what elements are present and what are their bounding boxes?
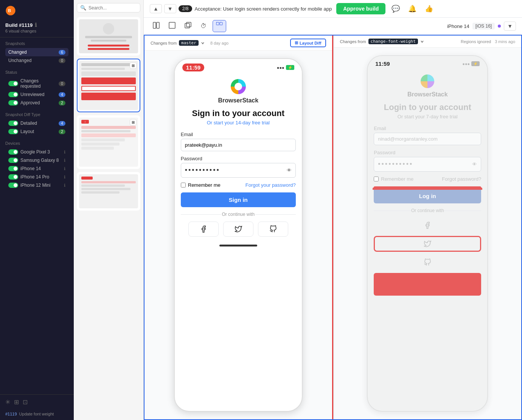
changes-requested-count: 0 bbox=[59, 81, 65, 86]
left-branch-pill: master bbox=[179, 40, 199, 46]
right-email-placeholder: ninad@morganstanley.com bbox=[378, 136, 437, 142]
settings-icon[interactable]: ✳ bbox=[5, 398, 10, 406]
right-forgot-link[interactable]: Forgot password? bbox=[442, 176, 481, 182]
left-facebook-button[interactable] bbox=[188, 222, 219, 237]
right-bs-logo bbox=[421, 74, 434, 88]
build-info-icon[interactable]: ℹ bbox=[35, 22, 37, 28]
right-github-icon bbox=[424, 259, 431, 266]
sidebar-item-changes-requested[interactable]: Changes requested 0 bbox=[5, 77, 68, 90]
left-sign-in-button[interactable]: Sign in bbox=[181, 192, 296, 207]
diff-right-pane: Changes from change-font-weight Regions … bbox=[333, 36, 522, 419]
top-bar-left: ▲ ▼ 2/8 Acceptance: User login screen re… bbox=[150, 4, 332, 13]
left-email-input[interactable] bbox=[185, 142, 292, 148]
right-remember-checkbox[interactable] bbox=[374, 177, 379, 181]
layout-toggle[interactable] bbox=[8, 129, 18, 134]
iphone12mini-info-icon[interactable]: ℹ bbox=[64, 183, 65, 188]
sidebar-item-google-pixel[interactable]: Google Pixel 3 ℹ bbox=[5, 148, 68, 156]
left-remember-label: Remember me bbox=[188, 182, 221, 188]
iphone14-info-icon[interactable]: ℹ bbox=[64, 166, 65, 171]
unchanged-label: Unchanged bbox=[8, 58, 31, 63]
sidebar-item-iphone14pro[interactable]: iPhone 14 Pro ℹ bbox=[5, 173, 68, 181]
overlay-button[interactable] bbox=[182, 20, 194, 32]
right-status-bar: 11:59 ●●● ⚡ bbox=[368, 56, 487, 68]
left-twitter-button[interactable] bbox=[223, 222, 253, 237]
right-login-button[interactable]: Log in bbox=[374, 189, 481, 203]
thumbs-up-icon-button[interactable]: 👍 bbox=[423, 4, 435, 14]
sidebar: B Build #1119 ℹ 6 visual changes Snapsho… bbox=[0, 0, 74, 420]
sidebar-item-approved[interactable]: Approved 2 bbox=[5, 99, 68, 107]
thumbnail-card-3[interactable]: ! ⊞ bbox=[77, 115, 140, 169]
commit-link[interactable]: #1119 bbox=[5, 412, 17, 416]
approved-toggle[interactable] bbox=[8, 100, 18, 105]
left-phone-frame: 11:59 ●●● ⚡ BrowserStack bbox=[174, 58, 303, 412]
sidebar-item-unreviewed[interactable]: Unreviewed 4 bbox=[5, 90, 68, 99]
thumbnail-card-2[interactable]: ⊞ bbox=[77, 59, 140, 112]
left-phone-title: Sign in to your account bbox=[181, 108, 296, 118]
left-social-row bbox=[181, 222, 296, 237]
iphone14pro-toggle[interactable] bbox=[8, 174, 18, 180]
iphone14-toggle[interactable] bbox=[8, 166, 18, 171]
changes-requested-toggle[interactable] bbox=[8, 81, 18, 86]
sidebar-item-samsung[interactable]: Samsung Galaxy 8 ℹ bbox=[5, 156, 68, 164]
right-eye-icon: 👁 bbox=[472, 161, 477, 167]
sidebar-footer: #1119 Update font weight bbox=[0, 409, 74, 420]
iphone14pro-info-icon[interactable]: ℹ bbox=[64, 175, 65, 180]
sidebar-item-changed[interactable]: Changed 6 bbox=[5, 48, 68, 56]
nav-up-button[interactable]: ▲ bbox=[150, 4, 162, 13]
chat-icon-button[interactable]: 💬 bbox=[389, 4, 402, 14]
sidebar-item-layout[interactable]: Layout 2 bbox=[5, 127, 68, 136]
left-remember-checkbox[interactable] bbox=[181, 183, 186, 188]
thumbnail-card-4[interactable] bbox=[77, 172, 140, 211]
thumbnail-card-1[interactable] bbox=[77, 17, 140, 56]
unreviewed-toggle[interactable] bbox=[8, 92, 18, 97]
detailed-label: Detailed bbox=[20, 121, 37, 126]
toolbar: ⏱ iPhone 14 [iOS 16] ▼ bbox=[144, 18, 522, 35]
left-branch-dropdown-icon[interactable] bbox=[201, 41, 205, 45]
detailed-toggle[interactable] bbox=[8, 121, 18, 126]
google-pixel-toggle[interactable] bbox=[8, 149, 18, 155]
changes-requested-label: Changes requested bbox=[20, 78, 59, 89]
split-view-button[interactable] bbox=[150, 20, 163, 32]
status-label: Status bbox=[5, 70, 68, 74]
search-input[interactable] bbox=[89, 5, 137, 11]
iphone12mini-toggle[interactable] bbox=[8, 183, 18, 188]
samsung-info-icon[interactable]: ℹ bbox=[64, 158, 65, 163]
selection-button[interactable] bbox=[213, 20, 226, 32]
layout-diff-button[interactable]: ⊞ Layout Diff bbox=[290, 39, 326, 47]
left-remember-row: Remember me Forgot your password? bbox=[181, 182, 296, 188]
left-password-input-wrapper: •••••••••• 👁 bbox=[181, 163, 296, 178]
sidebar-item-iphone12mini[interactable]: iPhone 12 Mini ℹ bbox=[5, 181, 68, 189]
right-email-group: Email ninad@morganstanley.com bbox=[374, 126, 481, 145]
left-trial-link[interactable]: start your 14-day free trial bbox=[214, 120, 270, 126]
grid-icon[interactable]: ⊞ bbox=[14, 398, 19, 406]
right-branch-dropdown-icon[interactable] bbox=[420, 40, 424, 43]
svg-rect-7 bbox=[216, 22, 219, 25]
left-forgot-link[interactable]: Forgot your password? bbox=[245, 182, 296, 188]
left-changes-from-label: Changes from bbox=[151, 41, 177, 45]
sidebar-item-iphone14[interactable]: iPhone 14 ℹ bbox=[5, 164, 68, 173]
left-phone-time: 11:59 bbox=[182, 64, 204, 71]
toolbar-dropdown[interactable]: ▼ bbox=[504, 22, 516, 31]
panel-icon[interactable]: ⊡ bbox=[23, 398, 28, 406]
right-battery-icon: ⚡ bbox=[471, 61, 480, 66]
left-phone-subtitle: Or start your 14-day free trial bbox=[181, 120, 296, 126]
google-pixel-info-icon[interactable]: ℹ bbox=[64, 150, 65, 155]
samsung-toggle[interactable] bbox=[8, 158, 18, 163]
approve-build-button[interactable]: Approve build bbox=[336, 3, 385, 14]
nav-down-button[interactable]: ▼ bbox=[164, 4, 176, 13]
thumb-preview-2: ⊞ bbox=[79, 61, 138, 110]
left-signal-icon: ●●● bbox=[277, 65, 284, 70]
left-home-bar bbox=[181, 242, 296, 248]
left-github-button[interactable] bbox=[258, 222, 288, 237]
left-eye-icon[interactable]: 👁 bbox=[287, 167, 292, 173]
alert-icon-button[interactable]: 🔔 bbox=[406, 4, 419, 14]
sidebar-item-unchanged[interactable]: Unchanged 0 bbox=[5, 56, 68, 65]
single-view-button[interactable] bbox=[166, 20, 179, 32]
main-content: ▲ ▼ 2/8 Acceptance: User login screen re… bbox=[144, 0, 522, 420]
svg-rect-3 bbox=[157, 22, 159, 28]
left-branch-info: Changes from master 8 day ago bbox=[151, 40, 228, 46]
right-password-dots: •••••••••• bbox=[378, 160, 413, 168]
thumb-preview-4 bbox=[79, 174, 138, 208]
clock-button[interactable]: ⏱ bbox=[197, 21, 210, 31]
sidebar-item-detailed[interactable]: Detailed 4 bbox=[5, 119, 68, 127]
